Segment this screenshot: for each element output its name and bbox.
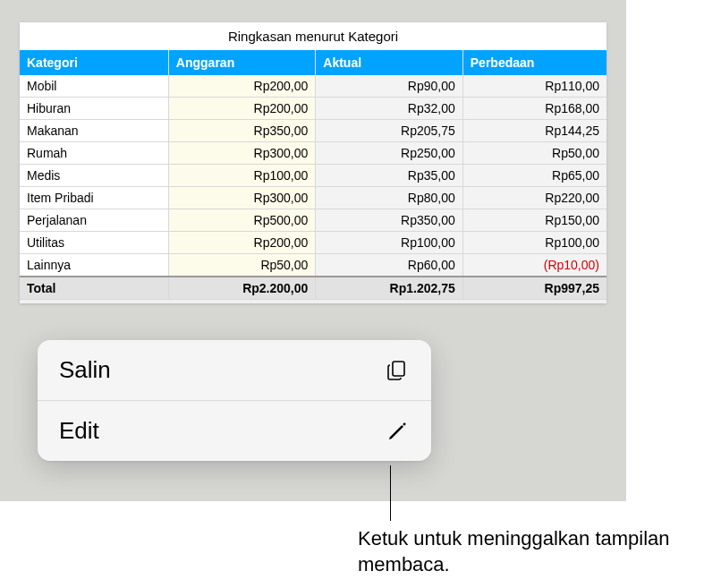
cell-diff: Rp150,00 — [462, 209, 606, 232]
table-row: RumahRp300,00Rp250,00Rp50,00 — [20, 142, 606, 165]
cell-total-budget: Rp2.200,00 — [168, 277, 315, 300]
cell-budget: Rp200,00 — [168, 75, 315, 98]
cell-category: Perjalanan — [20, 209, 168, 232]
cell-diff: Rp220,00 — [462, 187, 606, 209]
copy-icon — [385, 358, 410, 383]
cell-actual: Rp350,00 — [316, 209, 462, 232]
cell-actual: Rp60,00 — [316, 254, 462, 277]
cell-category: Mobil — [20, 75, 168, 98]
cell-category: Hiburan — [20, 98, 168, 120]
table-row: Item PribadiRp300,00Rp80,00Rp220,00 — [20, 187, 606, 209]
header-category: Kategori — [20, 50, 168, 75]
table-title: Ringkasan menurut Kategori — [20, 22, 606, 50]
cell-total-diff: Rp997,25 — [462, 277, 606, 300]
cell-budget: Rp50,00 — [168, 254, 315, 277]
cell-total-actual: Rp1.202,75 — [316, 277, 462, 300]
cell-total-label: Total — [20, 277, 168, 300]
table-row: HiburanRp200,00Rp32,00Rp168,00 — [20, 98, 606, 120]
cell-actual: Rp90,00 — [316, 75, 462, 98]
data-table: Kategori Anggaran Aktual Perbedaan Mobil… — [20, 50, 606, 300]
cell-diff: (Rp10,00) — [462, 254, 606, 277]
cell-actual: Rp80,00 — [316, 187, 462, 209]
table-row: UtilitasRp200,00Rp100,00Rp100,00 — [20, 232, 606, 254]
cell-budget: Rp300,00 — [168, 187, 315, 209]
table-total-row: TotalRp2.200,00Rp1.202,75Rp997,25 — [20, 277, 606, 300]
cell-actual: Rp100,00 — [316, 232, 462, 254]
table-row: MobilRp200,00Rp90,00Rp110,00 — [20, 75, 606, 98]
callout-text: Ketuk untuk meninggalkan tampilan membac… — [358, 526, 716, 577]
cell-actual: Rp32,00 — [316, 98, 462, 120]
cell-budget: Rp200,00 — [168, 98, 315, 120]
cell-budget: Rp100,00 — [168, 165, 315, 187]
context-menu: Salin Edit — [38, 340, 431, 461]
copy-menu-item[interactable]: Salin — [38, 340, 431, 401]
cell-category: Medis — [20, 165, 168, 187]
cell-budget: Rp300,00 — [168, 142, 315, 165]
cell-actual: Rp205,75 — [316, 120, 462, 142]
cell-diff: Rp50,00 — [462, 142, 606, 165]
cell-category: Lainnya — [20, 254, 168, 277]
cell-diff: Rp168,00 — [462, 98, 606, 120]
svg-rect-0 — [393, 362, 404, 376]
cell-category: Makanan — [20, 120, 168, 142]
cell-budget: Rp200,00 — [168, 232, 315, 254]
cell-category: Item Pribadi — [20, 187, 168, 209]
cell-diff: Rp65,00 — [462, 165, 606, 187]
table-row: PerjalananRp500,00Rp350,00Rp150,00 — [20, 209, 606, 232]
callout-line — [390, 465, 391, 521]
cell-budget: Rp500,00 — [168, 209, 315, 232]
copy-label: Salin — [59, 356, 111, 384]
cell-diff: Rp110,00 — [462, 75, 606, 98]
pencil-icon — [385, 419, 410, 444]
cell-actual: Rp250,00 — [316, 142, 462, 165]
header-actual: Aktual — [316, 50, 462, 75]
cell-actual: Rp35,00 — [316, 165, 462, 187]
table-row: MedisRp100,00Rp35,00Rp65,00 — [20, 165, 606, 187]
table-row: MakananRp350,00Rp205,75Rp144,25 — [20, 120, 606, 142]
app-container: Ringkasan menurut Kategori Kategori Angg… — [0, 0, 626, 501]
cell-diff: Rp144,25 — [462, 120, 606, 142]
cell-diff: Rp100,00 — [462, 232, 606, 254]
edit-label: Edit — [59, 417, 99, 445]
cell-category: Rumah — [20, 142, 168, 165]
summary-table: Ringkasan menurut Kategori Kategori Angg… — [20, 22, 606, 303]
header-diff: Perbedaan — [462, 50, 606, 75]
cell-budget: Rp350,00 — [168, 120, 315, 142]
edit-menu-item[interactable]: Edit — [38, 401, 431, 461]
header-budget: Anggaran — [168, 50, 315, 75]
cell-category: Utilitas — [20, 232, 168, 254]
table-row: LainnyaRp50,00Rp60,00(Rp10,00) — [20, 254, 606, 277]
